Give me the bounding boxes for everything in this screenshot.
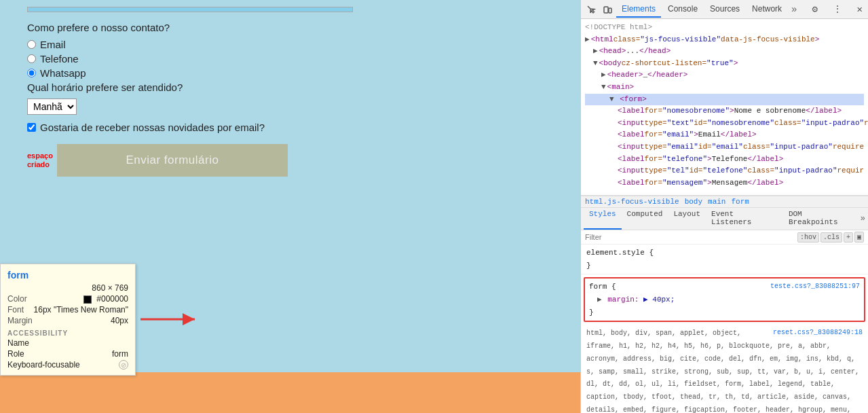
radio-whatsapp[interactable]: Whatsapp bbox=[27, 67, 553, 79]
bottom-orange-section bbox=[0, 372, 580, 413]
breadcrumb-body[interactable]: body bbox=[685, 198, 702, 206]
tooltip-color-hex: #000000 bbox=[96, 294, 128, 304]
tree-label-telefone[interactable]: <label for="telefone" > Telefone </label… bbox=[585, 154, 864, 166]
tooltip-color-row: Color #000000 bbox=[7, 294, 128, 304]
tooltip-font-row: Font 16px "Times New Roman" bbox=[7, 305, 128, 315]
tooltip-font-value: 16px "Times New Roman" bbox=[34, 305, 128, 315]
tree-doctype: <!DOCTYPE html> bbox=[585, 22, 864, 34]
tab-console[interactable]: Console bbox=[662, 1, 703, 18]
tooltip-keyboard-label: Keyboard-focusable bbox=[7, 360, 80, 370]
tab-network[interactable]: Network bbox=[747, 1, 787, 18]
radio-whatsapp-input[interactable] bbox=[27, 69, 36, 77]
tree-head[interactable]: ▶ <head> ... </head> bbox=[585, 46, 864, 58]
horario-select[interactable]: Manhã Tarde Noite bbox=[27, 98, 77, 115]
styles-filter-input[interactable] bbox=[585, 233, 796, 241]
form-margin-rule: form { teste.css?_83088251:97 ▶ margin: … bbox=[584, 277, 865, 322]
add-style-btn[interactable]: + bbox=[844, 232, 853, 243]
tooltip-margin-label: Margin bbox=[7, 316, 33, 325]
close-devtools-btn[interactable]: ✕ bbox=[854, 3, 865, 15]
novidades-checkbox-group[interactable]: Gostaria de receber nossas novidades por… bbox=[27, 122, 553, 133]
radio-email-input[interactable] bbox=[27, 40, 36, 49]
horario-question: Qual horário prefere ser atendido? bbox=[27, 82, 553, 93]
tooltip-size-value: 860 × 769 bbox=[92, 283, 128, 293]
tree-body[interactable]: ▼ <body cz-shortcut-listen="true" > bbox=[585, 58, 864, 70]
red-arrow bbox=[139, 309, 200, 331]
more-options-icon[interactable]: ⋮ bbox=[830, 3, 845, 15]
element-style-rule: element.style { } bbox=[581, 245, 868, 274]
tree-main[interactable]: ▼ <main> bbox=[585, 82, 864, 94]
margin-prop-arrow[interactable]: ▶ bbox=[597, 295, 602, 304]
tooltip-margin-row: Margin 40px bbox=[7, 316, 128, 325]
tree-label-nome[interactable]: <label for="nomesobrenome" > Nome e sobr… bbox=[585, 105, 864, 118]
settings-gear-icon[interactable]: ⚙ bbox=[809, 3, 820, 15]
submit-button[interactable]: Enviar formulário bbox=[57, 144, 288, 177]
tree-label-email[interactable]: <label for="email" > Email </label> bbox=[585, 129, 864, 141]
styles-panel: element.style { } form { teste.css?_8308… bbox=[581, 245, 868, 413]
breadcrumb-form[interactable]: form bbox=[731, 198, 749, 206]
contact-question: Como prefere o nosso contato? bbox=[27, 22, 553, 33]
device-icon-btn[interactable] bbox=[600, 2, 615, 17]
tree-input-email[interactable]: <input type="email" id="email" class="in… bbox=[585, 141, 864, 154]
radio-telefone-label: Telefone bbox=[40, 53, 79, 65]
tab-elements[interactable]: Elements bbox=[616, 1, 661, 18]
tooltip-role-value: form bbox=[112, 349, 128, 359]
tooltip-color-label: Color bbox=[7, 294, 27, 304]
styles-tab-actions: » bbox=[861, 208, 865, 230]
devtools-panel: Elements Console Sources Network » ⚙ ⋮ ✕… bbox=[580, 0, 868, 413]
styles-tabs: Styles Computed Layout Event Listeners D… bbox=[581, 208, 868, 230]
breadcrumb-main[interactable]: main bbox=[708, 198, 725, 206]
svg-rect-3 bbox=[609, 8, 611, 13]
tooltip-name-label: Name bbox=[7, 338, 29, 348]
tree-header[interactable]: ▶ <header> _ </header> bbox=[585, 69, 864, 82]
inspect-icon-btn[interactable] bbox=[584, 2, 599, 17]
filter-bar: :hov .cls + ▣ bbox=[581, 230, 868, 245]
reset-rule: reset.css?_83088249:18 html, body, div, … bbox=[581, 325, 868, 413]
more-styles-tabs-icon[interactable]: » bbox=[861, 214, 865, 223]
tab-computed[interactable]: Computed bbox=[622, 208, 668, 230]
form-rule-props: ▶ margin: ▶ 40px; bbox=[589, 293, 860, 306]
radio-whatsapp-label: Whatsapp bbox=[40, 67, 86, 79]
radio-telefone-input[interactable] bbox=[27, 54, 36, 63]
tooltip-font-label: Font bbox=[7, 305, 24, 315]
tooltip-role-label: Role bbox=[7, 349, 24, 359]
tab-styles[interactable]: Styles bbox=[584, 208, 622, 230]
tab-event-listeners[interactable]: Event Listeners bbox=[706, 208, 783, 230]
tab-layout[interactable]: Layout bbox=[668, 208, 706, 230]
breadcrumb: html.js-focus-visible body main form bbox=[581, 196, 868, 208]
tooltip-margin-value: 40px bbox=[111, 316, 128, 325]
tooltip-keyboard-icon: ⊘ bbox=[119, 360, 128, 370]
color-swatch bbox=[83, 295, 92, 304]
tooltip-color-value: #000000 bbox=[83, 294, 128, 304]
cls-btn[interactable]: .cls bbox=[820, 232, 842, 243]
radio-email[interactable]: Email bbox=[27, 39, 553, 50]
html-tree: <!DOCTYPE html> ▶ <html class="js-focus-… bbox=[581, 19, 868, 196]
espaco-label: espaço criado bbox=[27, 151, 53, 169]
novidades-label: Gostaria de receber nossas novidades por… bbox=[40, 122, 265, 133]
tree-input-telefone[interactable]: <input type="tel" id="telefone" class="i… bbox=[585, 165, 864, 177]
tooltip-title: form bbox=[7, 270, 128, 281]
tab-dom-breakpoints[interactable]: DOM Breakpoints bbox=[783, 208, 861, 230]
submit-area: espaço criado Enviar formulário bbox=[27, 144, 553, 177]
svg-rect-2 bbox=[604, 7, 608, 13]
tooltip-accessibility-title: ACCESSIBILITY bbox=[7, 329, 128, 337]
novidades-checkbox[interactable] bbox=[27, 123, 36, 132]
tree-form[interactable]: ▼ <form> bbox=[585, 94, 864, 106]
tree-html[interactable]: ▶ <html class="js-focus-visible" data-js… bbox=[585, 34, 864, 46]
radio-email-label: Email bbox=[40, 39, 66, 50]
tab-sources[interactable]: Sources bbox=[704, 1, 745, 18]
horario-select-group: Manhã Tarde Noite bbox=[27, 98, 553, 115]
webpage-panel: Como prefere o nosso contato? Email Tele… bbox=[0, 0, 580, 413]
hov-btn[interactable]: :hov bbox=[797, 232, 819, 243]
tree-input-nome[interactable]: <input type="text" id="nomesobrenome" cl… bbox=[585, 118, 864, 130]
toggle-style-btn[interactable]: ▣ bbox=[854, 232, 864, 243]
element-tooltip: form 860 × 769 Color #000000 Font 16px "… bbox=[0, 264, 136, 376]
breadcrumb-html[interactable]: html.js-focus-visible bbox=[585, 198, 679, 206]
more-tabs-btn[interactable]: » bbox=[789, 4, 799, 15]
reset-css-source[interactable]: reset.css?_83088249:18 bbox=[773, 327, 863, 338]
tooltip-name-row: Name bbox=[7, 338, 128, 348]
radio-telefone[interactable]: Telefone bbox=[27, 53, 553, 65]
tooltip-keyboard-row: Keyboard-focusable ⊘ bbox=[7, 360, 128, 370]
tree-label-mensagem[interactable]: <label for="mensagem" > Mensagem </label… bbox=[585, 177, 864, 190]
tooltip-size-row: 860 × 769 bbox=[7, 283, 128, 293]
submit-btn-wrap: Enviar formulário bbox=[57, 144, 288, 177]
